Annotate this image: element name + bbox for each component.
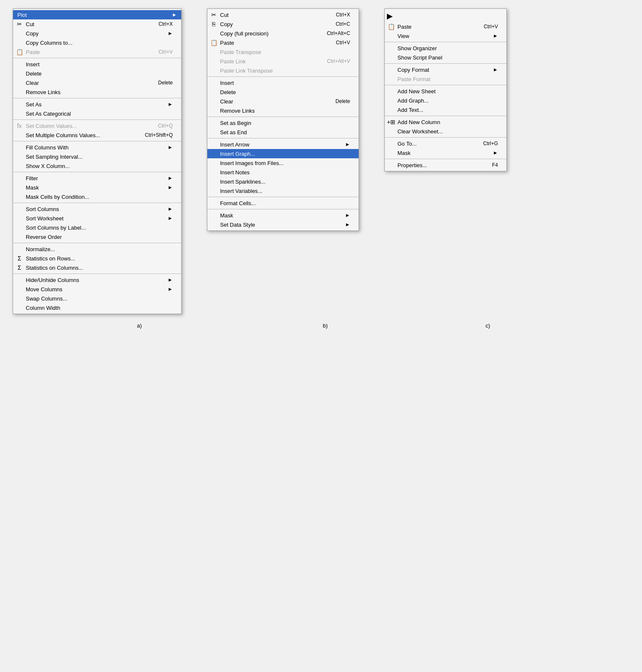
menu-item-statistics-on-columns[interactable]: ΣStatistics on Columns... — [13, 263, 181, 272]
menu-item-set-column-values: fxSet Column Values...Ctrl+Q — [13, 121, 181, 130]
stats1-icon: Σ — [15, 254, 24, 263]
menu-item-insert-notes[interactable]: Insert Notes — [207, 168, 359, 177]
submenu-arrow-sort-columns: ► — [159, 206, 173, 212]
menu-item-copy[interactable]: Copy► — [13, 29, 181, 38]
menu-separator — [13, 119, 181, 120]
menu-item-label-copy: Copy — [26, 30, 38, 37]
menu-item-set-data-style[interactable]: Set Data Style► — [207, 220, 359, 229]
menu-item-copy-format[interactable]: Copy Format► — [385, 65, 506, 74]
menu-item-label-set-as-begin: Set as Begin — [220, 120, 251, 126]
menu-separator — [385, 116, 506, 116]
menu-item-fill-columns-with[interactable]: Fill Columns With► — [13, 143, 181, 152]
menu-item-properties[interactable]: Properties...F4 — [385, 160, 506, 170]
menu-item-filter[interactable]: Filter► — [13, 173, 181, 183]
menu-separator — [13, 58, 181, 58]
menu-item-mask[interactable]: Mask► — [385, 148, 506, 157]
menu-item-move-columns[interactable]: Move Columns► — [13, 285, 181, 294]
menu-item-hide-unhide-columns[interactable]: Hide/Unhide Columns► — [13, 275, 181, 285]
menu-item-mask[interactable]: Mask► — [13, 183, 181, 192]
menu-item-label-set-as: Set As — [26, 101, 42, 108]
menu-item-sort-worksheet[interactable]: Sort Worksheet► — [13, 214, 181, 223]
menu-item-cut[interactable]: ✂CutCtrl+X — [13, 19, 181, 29]
menu-item-view[interactable]: View► — [385, 31, 506, 41]
menu-item-go-to[interactable]: Go To...Ctrl+G — [385, 139, 506, 148]
menu-item-column-width[interactable]: Column Width — [13, 303, 181, 312]
menu-item-label-paste: Paste — [397, 24, 411, 30]
menu-separator — [13, 141, 181, 141]
menu-item-label-cut: Cut — [220, 12, 229, 18]
addcol-icon: +⊞ — [387, 118, 395, 126]
menu-item-paste[interactable]: 📋PasteCtrl+V — [207, 38, 359, 47]
menu-item-reverse-order[interactable]: Reverse Order — [13, 232, 181, 241]
menu-item-swap-columns[interactable]: Swap Columns... — [13, 294, 181, 303]
submenu-arrow-view: ► — [484, 33, 498, 39]
label-b-text: b) — [323, 322, 328, 329]
menu-item-set-as-categorical[interactable]: Set As Categorical — [13, 109, 181, 118]
menu-item-statistics-on-rows[interactable]: ΣStatistics on Rows... — [13, 254, 181, 263]
menu-item-sort-columns-by-label[interactable]: Sort Columns by Label... — [13, 223, 181, 232]
menu-item-copy-columns-to[interactable]: Copy Columns to... — [13, 38, 181, 47]
menu-item-insert-arrow[interactable]: Insert Arrow► — [207, 140, 359, 149]
menu-item-insert-variables[interactable]: Insert Variables... — [207, 186, 359, 195]
menu-item-label-mask: Mask — [220, 212, 233, 219]
menu-item-clear-worksheet[interactable]: Clear Worksheet... — [385, 127, 506, 136]
menu-item-cut[interactable]: ✂CutCtrl+X — [207, 10, 359, 19]
menu-item-paste[interactable]: 📋PasteCtrl+V — [385, 22, 506, 31]
menu-item-label-clear: Clear — [26, 80, 39, 86]
scissors-icon: ✂ — [209, 11, 218, 19]
menu-item-mask[interactable]: Mask► — [207, 211, 359, 220]
menu-separator — [207, 76, 359, 77]
menu-item-insert[interactable]: Insert — [207, 78, 359, 87]
menu-item-label-format-cells: Format Cells... — [220, 200, 256, 206]
menu-item-add-new-column[interactable]: +⊞Add New Column — [385, 117, 506, 127]
menu-item-remove-links[interactable]: Remove Links — [207, 106, 359, 115]
shortcut-paste: Ctrl+V — [141, 49, 173, 55]
menu-item-delete[interactable]: Delete — [13, 69, 181, 78]
scissors-icon: ✂ — [15, 20, 24, 28]
menu-item-show-x-column[interactable]: Show X Column... — [13, 161, 181, 171]
menu-item-set-as-begin[interactable]: Set as Begin — [207, 118, 359, 127]
menu-separator — [207, 117, 359, 117]
menu-item-mask-cells-by-condition[interactable]: Mask Cells by Condition... — [13, 192, 181, 201]
menu-item-add-graph[interactable]: Add Graph... — [385, 96, 506, 105]
menu-item-set-as-end[interactable]: Set as End — [207, 127, 359, 137]
menu-item-clear[interactable]: ClearDelete — [207, 97, 359, 106]
menu-item-add-new-sheet[interactable]: Add New Sheet — [385, 87, 506, 96]
menu-item-set-as[interactable]: Set As► — [13, 100, 181, 109]
menu-item-copy[interactable]: ⎘CopyCtrl+C — [207, 19, 359, 29]
menu-item-label-insert-images-from-files: Insert Images from Files... — [220, 160, 283, 166]
menu-c-wrapper: ▶📋PasteCtrl+VView►Show OrganizerShow Scr… — [384, 8, 507, 171]
menu-separator — [385, 137, 506, 138]
menu-item-label-insert-variables: Insert Variables... — [220, 188, 262, 194]
menu-item-insert-images-from-files[interactable]: Insert Images from Files... — [207, 158, 359, 168]
shortcut-paste: Ctrl+V — [319, 40, 350, 46]
menu-item-delete[interactable]: Delete — [207, 87, 359, 97]
menu-item-label-add-text: Add Text... — [397, 107, 423, 113]
menu-item-label-copy-full-precision: Copy (full precision) — [220, 30, 269, 37]
menu-item-clear[interactable]: ClearDelete — [13, 78, 181, 87]
menu-item-sort-columns[interactable]: Sort Columns► — [13, 204, 181, 214]
paste-icon: 📋 — [15, 48, 24, 56]
menu-item-normalize[interactable]: Normalize... — [13, 244, 181, 254]
menu-item-add-text[interactable]: Add Text... — [385, 105, 506, 114]
menu-item-format-cells[interactable]: Format Cells... — [207, 198, 359, 208]
menu-item-paste-transpose: Paste Transpose — [207, 47, 359, 57]
menu-item-insert-sparklines[interactable]: Insert Sparklines... — [207, 177, 359, 186]
menu-item-label-go-to: Go To... — [397, 141, 416, 147]
menu-item-set-sampling-interval[interactable]: Set Sampling Interval... — [13, 152, 181, 161]
menu-item-label-insert-notes: Insert Notes — [220, 169, 250, 176]
menu-item-copy-full-precision[interactable]: Copy (full precision)Ctrl+Alt+C — [207, 29, 359, 38]
menu-item-remove-links[interactable]: Remove Links — [13, 87, 181, 97]
menu-item-insert[interactable]: Insert — [13, 60, 181, 69]
menu-item-set-multiple-columns[interactable]: Set Multiple Columns Values...Ctrl+Shift… — [13, 130, 181, 140]
menu-item-show-script-panel[interactable]: Show Script Panel — [385, 53, 506, 62]
label-a-text: a) — [137, 322, 142, 329]
menu-item-show-organizer[interactable]: Show Organizer — [385, 43, 506, 53]
menu-item-paste-format: Paste Format — [385, 74, 506, 84]
menu-item-label-delete: Delete — [26, 70, 42, 77]
menu-item-insert-graph[interactable]: Insert Graph... — [207, 149, 359, 158]
menu-item-label-paste-link: Paste Link — [220, 58, 246, 65]
cursor-icon: ▶ — [387, 11, 393, 21]
menu-item-label-delete: Delete — [220, 89, 236, 95]
menu-item-label-filter: Filter — [26, 175, 38, 182]
